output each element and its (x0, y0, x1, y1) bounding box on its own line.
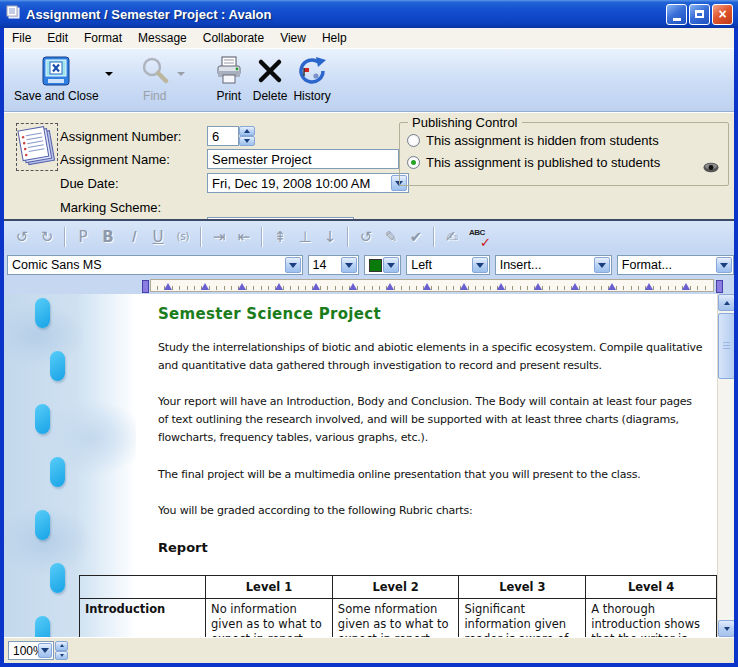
font-size-select[interactable]: 14 (308, 255, 360, 275)
maximize-button[interactable] (689, 4, 710, 25)
indent-decrease-icon[interactable]: ⇤ (236, 228, 252, 246)
hidden-option-row[interactable]: This assignment is hidden from students (407, 133, 659, 148)
ruler[interactable] (150, 279, 714, 292)
stepper-down-button[interactable] (239, 136, 255, 146)
alignment-dropdown-button[interactable] (472, 257, 488, 273)
scroll-down-button[interactable] (718, 620, 734, 637)
assignment-number-label: Assignment Number: (60, 126, 181, 146)
signature-icon[interactable]: ✍ (444, 228, 460, 246)
format-toolbar: ↺↻PBIU(s)⇥⇤⇞⊥↓↺✎✔✍ABC✓ (4, 219, 734, 252)
rubric-header-cell (80, 576, 206, 599)
history-button[interactable]: History (293, 52, 330, 103)
underline-icon[interactable]: U (150, 228, 166, 246)
tab-stop-marker[interactable] (497, 283, 505, 290)
menu-message[interactable]: Message (130, 29, 195, 47)
left-indent-marker[interactable] (142, 280, 149, 293)
accept-icon[interactable]: ✔ (408, 228, 424, 246)
menu-help[interactable]: Help (314, 29, 355, 47)
font-color-select[interactable] (364, 255, 401, 275)
ruler-tick (564, 286, 565, 290)
close-button[interactable]: × (712, 4, 733, 25)
tab-stop-marker[interactable] (645, 283, 653, 290)
edit-pencil-icon[interactable]: ✎ (383, 228, 399, 246)
tab-stop-marker[interactable] (201, 283, 209, 290)
ruler-tick (446, 286, 447, 290)
window-title: Assignment / Semester Project : Avalon (26, 7, 664, 22)
strikethrough-icon[interactable]: (s) (175, 231, 191, 242)
save-and-close-button[interactable]: Save and Close (14, 52, 99, 103)
zoom-select[interactable]: 100% (8, 641, 54, 660)
title-bar[interactable]: Assignment / Semester Project : Avalon × (0, 0, 738, 28)
radio-unselected-icon[interactable] (407, 134, 420, 147)
font-family-select[interactable]: Comic Sans MS (7, 255, 303, 275)
tab-stop-marker[interactable] (349, 283, 357, 290)
tab-stop-marker[interactable] (386, 283, 394, 290)
ruler-tick (298, 286, 299, 290)
scrollbar-thumb[interactable] (718, 313, 734, 379)
tab-stops-icon[interactable]: ⇞ (272, 228, 288, 246)
published-option-row[interactable]: This assignment is published to students (407, 155, 660, 170)
indent-increase-icon[interactable]: ⇥ (211, 228, 227, 246)
toolbar-separator (433, 227, 435, 247)
right-indent-marker[interactable] (716, 280, 723, 293)
menu-collaborate[interactable]: Collaborate (195, 29, 272, 47)
find-button[interactable]: Find (139, 52, 171, 103)
undo-icon[interactable]: ↺ (14, 228, 30, 246)
ruler-tick (290, 286, 291, 290)
assignment-name-label: Assignment Name: (60, 149, 170, 169)
vertical-scrollbar[interactable] (717, 294, 734, 637)
radio-selected-icon[interactable] (407, 156, 420, 169)
rubric-table[interactable]: Level 1Level 2Level 3Level 4Introduction… (79, 575, 717, 637)
paragraph: You will be graded according to the foll… (158, 502, 473, 520)
menu-edit[interactable]: Edit (39, 29, 76, 47)
save-dropdown-icon[interactable] (105, 72, 113, 76)
alignment-select[interactable]: Left (406, 255, 489, 275)
minimize-button[interactable] (666, 4, 687, 25)
assignment-name-field-wrap (207, 149, 399, 169)
tab-stop-marker[interactable] (238, 283, 246, 290)
tab-stop-marker[interactable] (312, 283, 320, 290)
redo-icon[interactable]: ↻ (39, 228, 55, 246)
stepper-down-button[interactable] (55, 651, 68, 661)
document-body[interactable]: Semester Science Project Report Level 1L… (4, 294, 717, 637)
menu-file[interactable]: File (4, 29, 39, 47)
insert-menu-select[interactable]: Insert... (495, 255, 612, 275)
tab-stop-marker[interactable] (608, 283, 616, 290)
tab-stop-marker[interactable] (423, 283, 431, 290)
ruler-tick (490, 286, 491, 290)
tab-stop-marker[interactable] (460, 283, 468, 290)
menu-format[interactable]: Format (76, 29, 130, 47)
tab-stop-marker[interactable] (534, 283, 542, 290)
margins-icon[interactable]: ⊥ (297, 228, 313, 246)
format-menu-dropdown-button[interactable] (716, 257, 732, 273)
spellcheck-icon[interactable]: ABC✓ (469, 228, 489, 246)
format-menu-select[interactable]: Format... (617, 255, 734, 275)
chevron-down-icon (345, 263, 353, 268)
print-button[interactable]: Print (213, 52, 245, 103)
due-date-select[interactable]: Fri, Dec 19, 2008 10:00 AM (207, 173, 409, 193)
bold-icon[interactable]: B (100, 228, 116, 246)
zoom-dropdown-button[interactable] (38, 643, 52, 658)
plain-style-icon[interactable]: P (75, 228, 91, 246)
revert-icon[interactable]: ↺ (358, 228, 374, 246)
find-dropdown-icon[interactable] (177, 72, 185, 76)
tab-stop-marker[interactable] (682, 283, 690, 290)
stepper-up-button[interactable] (239, 126, 255, 136)
eye-icon (703, 161, 719, 176)
scroll-up-button[interactable] (718, 294, 734, 311)
font-color-dropdown-button[interactable] (383, 257, 399, 273)
assignment-number-value[interactable]: 6 (207, 126, 239, 146)
italic-icon[interactable]: I (125, 228, 141, 246)
font-size-dropdown-button[interactable] (341, 257, 357, 273)
tab-stop-marker[interactable] (164, 283, 172, 290)
delete-button[interactable]: Delete (253, 52, 288, 103)
insert-menu-dropdown-button[interactable] (594, 257, 610, 273)
assignment-name-input[interactable] (207, 149, 399, 169)
tab-stop-marker[interactable] (275, 283, 283, 290)
tab-stop-marker[interactable] (571, 283, 579, 290)
stepper-up-button[interactable] (55, 641, 68, 651)
font-family-dropdown-button[interactable] (285, 257, 301, 273)
history-label: History (293, 89, 330, 103)
menu-view[interactable]: View (272, 29, 314, 47)
move-down-icon[interactable]: ↓ (322, 228, 338, 246)
